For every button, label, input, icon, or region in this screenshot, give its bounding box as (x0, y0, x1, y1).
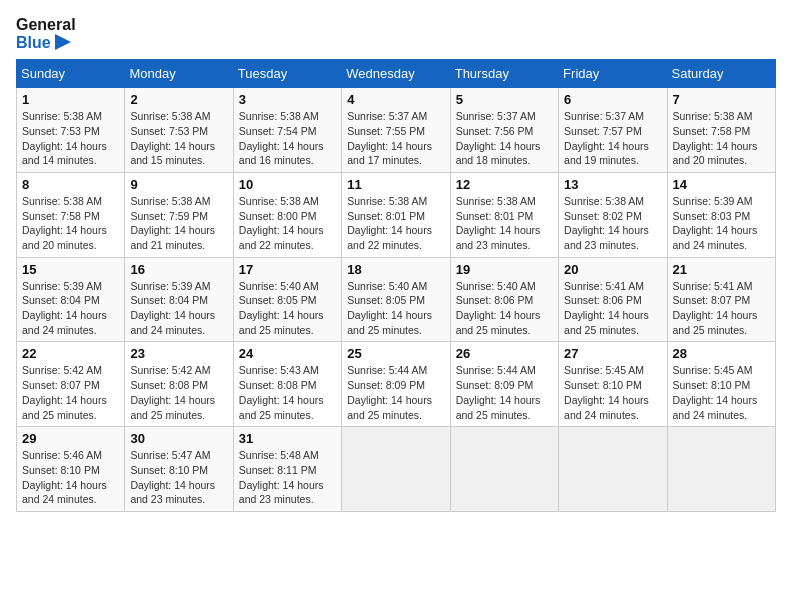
calendar-cell: 2Sunrise: 5:38 AMSunset: 7:53 PMDaylight… (125, 88, 233, 173)
day-number: 5 (456, 92, 553, 107)
calendar-cell: 20Sunrise: 5:41 AMSunset: 8:06 PMDayligh… (559, 257, 667, 342)
calendar-cell: 29Sunrise: 5:46 AMSunset: 8:10 PMDayligh… (17, 427, 125, 512)
day-number: 8 (22, 177, 119, 192)
week-row-1: 1Sunrise: 5:38 AMSunset: 7:53 PMDaylight… (17, 88, 776, 173)
calendar-cell: 14Sunrise: 5:39 AMSunset: 8:03 PMDayligh… (667, 172, 775, 257)
calendar-cell (667, 427, 775, 512)
day-detail: Sunrise: 5:38 AMSunset: 7:58 PMDaylight:… (22, 194, 119, 253)
calendar-cell: 13Sunrise: 5:38 AMSunset: 8:02 PMDayligh… (559, 172, 667, 257)
calendar-cell (342, 427, 450, 512)
day-number: 3 (239, 92, 336, 107)
day-detail: Sunrise: 5:41 AMSunset: 8:07 PMDaylight:… (673, 279, 770, 338)
svg-marker-0 (55, 34, 71, 50)
day-detail: Sunrise: 5:38 AMSunset: 7:59 PMDaylight:… (130, 194, 227, 253)
day-number: 22 (22, 346, 119, 361)
calendar-table: SundayMondayTuesdayWednesdayThursdayFrid… (16, 59, 776, 512)
calendar-cell: 12Sunrise: 5:38 AMSunset: 8:01 PMDayligh… (450, 172, 558, 257)
calendar-cell: 27Sunrise: 5:45 AMSunset: 8:10 PMDayligh… (559, 342, 667, 427)
logo-blue-text: Blue (16, 34, 51, 52)
calendar-cell: 11Sunrise: 5:38 AMSunset: 8:01 PMDayligh… (342, 172, 450, 257)
header: GeneralBlue (16, 16, 776, 51)
day-detail: Sunrise: 5:37 AMSunset: 7:55 PMDaylight:… (347, 109, 444, 168)
day-number: 16 (130, 262, 227, 277)
logo-general-text: General (16, 16, 76, 34)
logo-arrow-icon (51, 34, 71, 50)
calendar-cell: 28Sunrise: 5:45 AMSunset: 8:10 PMDayligh… (667, 342, 775, 427)
calendar-cell: 25Sunrise: 5:44 AMSunset: 8:09 PMDayligh… (342, 342, 450, 427)
day-detail: Sunrise: 5:38 AMSunset: 8:01 PMDaylight:… (347, 194, 444, 253)
calendar-cell: 18Sunrise: 5:40 AMSunset: 8:05 PMDayligh… (342, 257, 450, 342)
calendar-cell: 9Sunrise: 5:38 AMSunset: 7:59 PMDaylight… (125, 172, 233, 257)
day-detail: Sunrise: 5:39 AMSunset: 8:03 PMDaylight:… (673, 194, 770, 253)
day-number: 27 (564, 346, 661, 361)
day-detail: Sunrise: 5:38 AMSunset: 8:00 PMDaylight:… (239, 194, 336, 253)
calendar-cell: 5Sunrise: 5:37 AMSunset: 7:56 PMDaylight… (450, 88, 558, 173)
day-detail: Sunrise: 5:41 AMSunset: 8:06 PMDaylight:… (564, 279, 661, 338)
day-number: 13 (564, 177, 661, 192)
day-number: 23 (130, 346, 227, 361)
day-detail: Sunrise: 5:44 AMSunset: 8:09 PMDaylight:… (456, 363, 553, 422)
day-number: 1 (22, 92, 119, 107)
day-detail: Sunrise: 5:39 AMSunset: 8:04 PMDaylight:… (22, 279, 119, 338)
calendar-cell: 19Sunrise: 5:40 AMSunset: 8:06 PMDayligh… (450, 257, 558, 342)
weekday-header-monday: Monday (125, 60, 233, 88)
day-number: 14 (673, 177, 770, 192)
day-number: 21 (673, 262, 770, 277)
day-number: 10 (239, 177, 336, 192)
day-number: 7 (673, 92, 770, 107)
day-detail: Sunrise: 5:40 AMSunset: 8:05 PMDaylight:… (347, 279, 444, 338)
calendar-cell: 30Sunrise: 5:47 AMSunset: 8:10 PMDayligh… (125, 427, 233, 512)
day-number: 19 (456, 262, 553, 277)
weekday-header-wednesday: Wednesday (342, 60, 450, 88)
day-detail: Sunrise: 5:48 AMSunset: 8:11 PMDaylight:… (239, 448, 336, 507)
day-number: 4 (347, 92, 444, 107)
day-detail: Sunrise: 5:46 AMSunset: 8:10 PMDaylight:… (22, 448, 119, 507)
day-detail: Sunrise: 5:38 AMSunset: 7:53 PMDaylight:… (130, 109, 227, 168)
day-detail: Sunrise: 5:40 AMSunset: 8:05 PMDaylight:… (239, 279, 336, 338)
logo: GeneralBlue (16, 16, 76, 51)
weekday-header-row: SundayMondayTuesdayWednesdayThursdayFrid… (17, 60, 776, 88)
day-detail: Sunrise: 5:38 AMSunset: 7:58 PMDaylight:… (673, 109, 770, 168)
day-detail: Sunrise: 5:45 AMSunset: 8:10 PMDaylight:… (564, 363, 661, 422)
calendar-cell: 17Sunrise: 5:40 AMSunset: 8:05 PMDayligh… (233, 257, 341, 342)
weekday-header-sunday: Sunday (17, 60, 125, 88)
day-number: 30 (130, 431, 227, 446)
day-detail: Sunrise: 5:43 AMSunset: 8:08 PMDaylight:… (239, 363, 336, 422)
day-number: 2 (130, 92, 227, 107)
day-detail: Sunrise: 5:38 AMSunset: 7:54 PMDaylight:… (239, 109, 336, 168)
calendar-cell: 6Sunrise: 5:37 AMSunset: 7:57 PMDaylight… (559, 88, 667, 173)
weekday-header-saturday: Saturday (667, 60, 775, 88)
day-detail: Sunrise: 5:40 AMSunset: 8:06 PMDaylight:… (456, 279, 553, 338)
day-detail: Sunrise: 5:45 AMSunset: 8:10 PMDaylight:… (673, 363, 770, 422)
calendar-cell: 26Sunrise: 5:44 AMSunset: 8:09 PMDayligh… (450, 342, 558, 427)
day-number: 9 (130, 177, 227, 192)
day-number: 26 (456, 346, 553, 361)
week-row-5: 29Sunrise: 5:46 AMSunset: 8:10 PMDayligh… (17, 427, 776, 512)
day-number: 6 (564, 92, 661, 107)
calendar-cell: 24Sunrise: 5:43 AMSunset: 8:08 PMDayligh… (233, 342, 341, 427)
day-detail: Sunrise: 5:47 AMSunset: 8:10 PMDaylight:… (130, 448, 227, 507)
calendar-cell: 21Sunrise: 5:41 AMSunset: 8:07 PMDayligh… (667, 257, 775, 342)
calendar-cell: 23Sunrise: 5:42 AMSunset: 8:08 PMDayligh… (125, 342, 233, 427)
day-number: 15 (22, 262, 119, 277)
day-number: 24 (239, 346, 336, 361)
day-detail: Sunrise: 5:39 AMSunset: 8:04 PMDaylight:… (130, 279, 227, 338)
week-row-4: 22Sunrise: 5:42 AMSunset: 8:07 PMDayligh… (17, 342, 776, 427)
calendar-cell: 1Sunrise: 5:38 AMSunset: 7:53 PMDaylight… (17, 88, 125, 173)
weekday-header-friday: Friday (559, 60, 667, 88)
calendar-cell: 31Sunrise: 5:48 AMSunset: 8:11 PMDayligh… (233, 427, 341, 512)
calendar-cell: 22Sunrise: 5:42 AMSunset: 8:07 PMDayligh… (17, 342, 125, 427)
day-number: 20 (564, 262, 661, 277)
day-number: 29 (22, 431, 119, 446)
calendar-cell: 15Sunrise: 5:39 AMSunset: 8:04 PMDayligh… (17, 257, 125, 342)
calendar-cell: 7Sunrise: 5:38 AMSunset: 7:58 PMDaylight… (667, 88, 775, 173)
day-number: 12 (456, 177, 553, 192)
day-detail: Sunrise: 5:37 AMSunset: 7:57 PMDaylight:… (564, 109, 661, 168)
day-detail: Sunrise: 5:38 AMSunset: 8:02 PMDaylight:… (564, 194, 661, 253)
day-number: 17 (239, 262, 336, 277)
calendar-cell: 3Sunrise: 5:38 AMSunset: 7:54 PMDaylight… (233, 88, 341, 173)
calendar-cell (450, 427, 558, 512)
day-detail: Sunrise: 5:38 AMSunset: 7:53 PMDaylight:… (22, 109, 119, 168)
day-number: 18 (347, 262, 444, 277)
calendar-body: 1Sunrise: 5:38 AMSunset: 7:53 PMDaylight… (17, 88, 776, 512)
